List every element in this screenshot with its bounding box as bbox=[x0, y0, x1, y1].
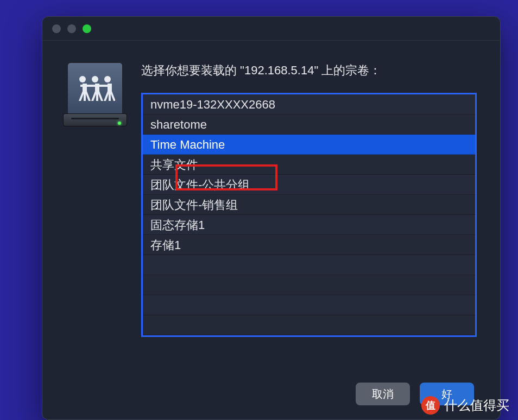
svg-point-2 bbox=[104, 76, 111, 82]
svg-point-1 bbox=[92, 76, 98, 82]
volume-select-dialog: 选择你想要装载的 "192.168.5.14" 上的宗卷： nvme19-132… bbox=[42, 16, 501, 420]
cancel-button[interactable]: 取消 bbox=[356, 383, 410, 405]
watermark: 值 什么值得买 bbox=[421, 396, 509, 415]
minimize-button[interactable] bbox=[67, 24, 76, 33]
svg-point-0 bbox=[79, 76, 86, 82]
volume-item[interactable]: nvme19-132XXXX2668 bbox=[143, 94, 475, 114]
titlebar bbox=[42, 17, 500, 41]
volume-item[interactable]: 固态存储1 bbox=[143, 215, 475, 235]
volume-item[interactable]: 共享文件 bbox=[143, 155, 475, 175]
watermark-text: 什么值得买 bbox=[444, 397, 509, 414]
network-drive-icon bbox=[63, 62, 127, 126]
volume-item-empty bbox=[143, 295, 475, 315]
volume-item[interactable]: 存储1 bbox=[143, 235, 475, 255]
volume-item[interactable]: Time Machine bbox=[143, 135, 475, 155]
volume-item-empty bbox=[143, 255, 475, 275]
svg-rect-3 bbox=[80, 85, 110, 87]
volume-listbox[interactable]: nvme19-132XXXX2668sharetomeTime Machine共… bbox=[141, 93, 477, 337]
volume-item-empty bbox=[143, 275, 475, 295]
dialog-content: 选择你想要装载的 "192.168.5.14" 上的宗卷： nvme19-132… bbox=[42, 41, 500, 337]
volume-item-empty bbox=[143, 315, 475, 335]
volume-item[interactable]: 团队文件-销售组 bbox=[143, 195, 475, 215]
close-button[interactable] bbox=[52, 24, 61, 33]
maximize-button[interactable] bbox=[83, 24, 91, 33]
watermark-badge: 值 bbox=[421, 396, 440, 415]
volume-item[interactable]: sharetome bbox=[143, 114, 475, 135]
volume-item[interactable]: 团队文件-公共分组 bbox=[143, 175, 475, 195]
prompt-text: 选择你想要装载的 "192.168.5.14" 上的宗卷： bbox=[141, 62, 477, 79]
